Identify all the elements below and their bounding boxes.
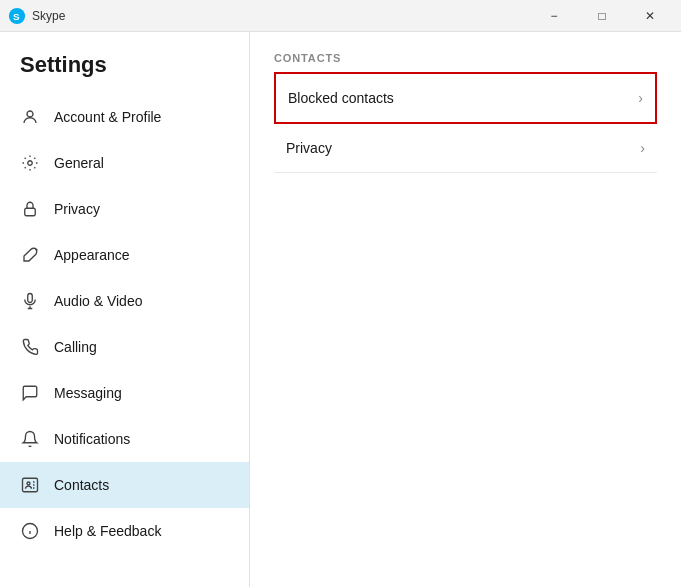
- svg-text:S: S: [13, 11, 20, 22]
- privacy-item[interactable]: Privacy ›: [274, 124, 657, 173]
- chevron-right-icon: ›: [640, 140, 645, 156]
- sidebar-item-label: Calling: [54, 339, 97, 355]
- bell-icon: [20, 429, 40, 449]
- chat-icon: [20, 383, 40, 403]
- sidebar-item-label: Audio & Video: [54, 293, 142, 309]
- chevron-right-icon: ›: [638, 90, 643, 106]
- sidebar-item-label: Help & Feedback: [54, 523, 161, 539]
- section-label: CONTACTS: [274, 52, 657, 64]
- titlebar: S Skype − □ ✕: [0, 0, 681, 32]
- skype-logo-icon: S: [8, 7, 26, 25]
- svg-rect-5: [28, 294, 33, 303]
- phone-icon: [20, 337, 40, 357]
- main-layout: Settings Account & Profile General: [0, 32, 681, 587]
- svg-point-2: [27, 111, 33, 117]
- sidebar-header: Settings: [0, 32, 249, 94]
- sidebar-item-audio-video[interactable]: Audio & Video: [0, 278, 249, 324]
- sidebar-item-label: General: [54, 155, 104, 171]
- sidebar-item-general[interactable]: General: [0, 140, 249, 186]
- contacts-icon: [20, 475, 40, 495]
- person-icon: [20, 107, 40, 127]
- sidebar-item-label: Messaging: [54, 385, 122, 401]
- minimize-button[interactable]: −: [531, 0, 577, 32]
- sidebar-item-help-feedback[interactable]: Help & Feedback: [0, 508, 249, 554]
- lock-icon: [20, 199, 40, 219]
- svg-point-3: [28, 161, 33, 166]
- blocked-contacts-item[interactable]: Blocked contacts ›: [274, 72, 657, 124]
- settings-heading: Settings: [20, 52, 229, 78]
- sidebar-item-label: Privacy: [54, 201, 100, 217]
- sidebar-item-label: Contacts: [54, 477, 109, 493]
- sidebar-item-privacy[interactable]: Privacy: [0, 186, 249, 232]
- info-icon: [20, 521, 40, 541]
- sidebar: Settings Account & Profile General: [0, 32, 250, 587]
- gear-icon: [20, 153, 40, 173]
- blocked-contacts-label: Blocked contacts: [288, 90, 394, 106]
- brush-icon: [20, 245, 40, 265]
- sidebar-item-messaging[interactable]: Messaging: [0, 370, 249, 416]
- window-controls: − □ ✕: [531, 0, 673, 32]
- sidebar-item-notifications[interactable]: Notifications: [0, 416, 249, 462]
- content-panel: CONTACTS Blocked contacts › Privacy ›: [250, 32, 681, 587]
- app-title: Skype: [32, 9, 65, 23]
- maximize-button[interactable]: □: [579, 0, 625, 32]
- sidebar-item-calling[interactable]: Calling: [0, 324, 249, 370]
- mic-icon: [20, 291, 40, 311]
- close-button[interactable]: ✕: [627, 0, 673, 32]
- privacy-label: Privacy: [286, 140, 332, 156]
- sidebar-item-label: Notifications: [54, 431, 130, 447]
- svg-rect-4: [25, 208, 36, 216]
- sidebar-item-appearance[interactable]: Appearance: [0, 232, 249, 278]
- sidebar-item-account-profile[interactable]: Account & Profile: [0, 94, 249, 140]
- sidebar-item-contacts[interactable]: Contacts: [0, 462, 249, 508]
- sidebar-item-label: Appearance: [54, 247, 130, 263]
- sidebar-item-label: Account & Profile: [54, 109, 161, 125]
- titlebar-left: S Skype: [8, 7, 65, 25]
